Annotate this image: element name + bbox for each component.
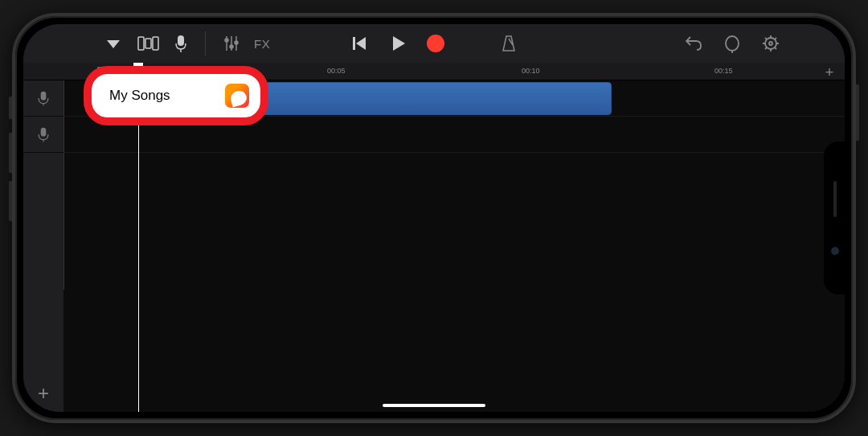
tracks-view-icon[interactable]: [137, 34, 160, 53]
svg-point-9: [230, 45, 233, 48]
svg-point-8: [225, 39, 228, 42]
svg-rect-0: [138, 37, 144, 50]
rewind-icon[interactable]: [350, 34, 369, 53]
record-button[interactable]: [427, 35, 444, 52]
svg-point-13: [726, 36, 739, 51]
microphone-icon[interactable]: [174, 34, 187, 53]
track-sidebar: +: [23, 80, 63, 412]
garageband-icon: [225, 84, 249, 108]
undo-icon[interactable]: [684, 34, 703, 53]
svg-line-23: [775, 38, 776, 39]
my-songs-popover[interactable]: My Songs: [92, 74, 260, 117]
svg-point-14: [765, 38, 776, 49]
dropdown-icon[interactable]: [104, 34, 123, 53]
fx-button[interactable]: FX: [254, 37, 270, 51]
svg-point-10: [235, 41, 238, 44]
svg-point-15: [769, 42, 772, 45]
main-toolbar: FX: [23, 24, 845, 63]
mixer-icon[interactable]: [223, 34, 240, 53]
home-indicator[interactable]: [383, 404, 485, 407]
device-notch: [824, 142, 845, 294]
time-marker: 00:05: [327, 67, 346, 75]
add-track-button[interactable]: +: [35, 385, 52, 402]
svg-line-22: [765, 47, 767, 49]
playhead[interactable]: [138, 80, 139, 412]
my-songs-label: My Songs: [109, 88, 170, 104]
svg-rect-2: [153, 37, 158, 50]
track-header-2[interactable]: [23, 117, 63, 153]
metronome-icon[interactable]: [499, 34, 518, 53]
svg-rect-26: [41, 128, 47, 137]
svg-rect-3: [178, 35, 184, 46]
loop-browser-icon[interactable]: [723, 34, 742, 53]
svg-rect-1: [145, 39, 151, 48]
svg-rect-11: [353, 37, 355, 50]
gear-icon[interactable]: [761, 34, 780, 53]
play-icon[interactable]: [388, 34, 407, 53]
svg-line-20: [765, 38, 767, 39]
time-marker: 00:10: [522, 67, 540, 75]
add-section-button[interactable]: +: [822, 65, 837, 80]
track-header-1[interactable]: [23, 80, 63, 117]
svg-line-21: [775, 47, 776, 49]
svg-rect-24: [41, 92, 47, 101]
time-marker: 00:15: [714, 67, 733, 75]
track-lane-2[interactable]: [63, 117, 845, 153]
tracks-area: +: [23, 80, 845, 412]
